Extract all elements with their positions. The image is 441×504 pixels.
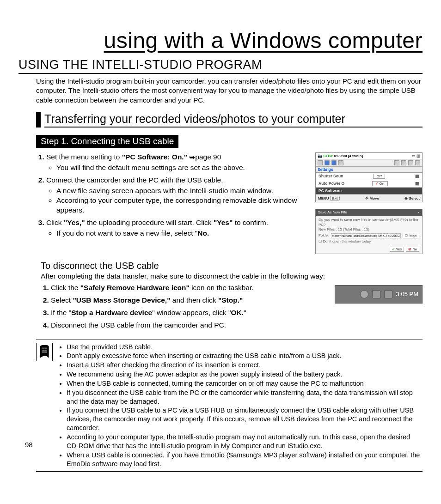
steps-list: Set the menu setting to "PC Software: On… (36, 152, 315, 238)
disconnect-step: Select "USB Mass Storage Device," and th… (51, 296, 335, 305)
dialog-filecount: New Files : 13 (Total Files : 13) (318, 227, 419, 232)
stby-label: STBY (323, 154, 333, 158)
step-3-bullet: If you do not want to save a new file, s… (56, 229, 315, 238)
disconnect-list: Click the "Safely Remove Hardware icon" … (41, 283, 335, 330)
note-item: If you disconnect the USB cable from the… (67, 389, 423, 406)
no-button: ⊘ No (406, 247, 419, 252)
taskbar-screenshot: 3:05 PM (335, 285, 423, 304)
arrow-right-icon: ➥ (189, 153, 195, 163)
page-title: using with a Windows computer (18, 28, 423, 53)
tray-icon (372, 290, 380, 298)
step-pageref: page 90 (195, 153, 221, 161)
step-2-bullet: According to your computer type, the cor… (56, 196, 315, 215)
disconnect-step: If the "Stop a Hardware device" window a… (51, 308, 335, 318)
note-item: According to your computer type, the Int… (67, 433, 423, 450)
divider (36, 340, 423, 340)
save-dialog-screenshot: Save As New File× Do you want to save ne… (315, 209, 423, 254)
step-1: Set the menu setting to "PC Software: On… (46, 152, 315, 173)
page-number: 98 (25, 441, 33, 449)
subsection-heading: Transferring your recorded videos/photos… (44, 112, 423, 128)
intro-paragraph: Using the Intelli-studio program built-i… (36, 77, 423, 105)
step-text: Connect the camcorder and the PC with th… (46, 176, 223, 184)
dont-open-checkbox-label: Don't open this window today (323, 239, 371, 243)
step-text: Set the menu setting to (46, 153, 122, 161)
divider (36, 471, 423, 472)
heading-bar (36, 112, 41, 128)
step-3: Click "Yes," the uploading procedure wil… (46, 218, 315, 238)
step-heading: Step 1. Connecting the USB cable (36, 135, 178, 148)
dialog-question: Do you want to save new files in camcord… (318, 218, 419, 227)
settings-label: Settings (316, 167, 422, 173)
disconnect-heading: To disconnect the USB cable (41, 261, 423, 271)
yes-button: ✓ Yes (390, 247, 404, 252)
step-bold: "PC Software: On." (122, 153, 187, 161)
note-item: Insert a USB after checking the directio… (67, 361, 423, 370)
disconnect-step: Disconnect the USB cable from the camcor… (51, 321, 335, 330)
note-item: When a USB cable is connected, if you ha… (67, 451, 423, 468)
step-1-bullet: You will find the default menu settings … (56, 163, 315, 173)
section-heading: USING THE INTELLI-STUDIO PROGRAM (18, 58, 423, 74)
note-icon (36, 343, 53, 361)
disconnect-step: Click the "Safely Remove Hardware icon" … (51, 283, 335, 293)
disconnect-intro: After completing the data transfer, make… (41, 272, 423, 280)
note-item: We recommend using the AC power adaptor … (67, 370, 423, 379)
folder-path-input (331, 233, 401, 238)
close-icon: × (417, 210, 420, 215)
change-button: Change (403, 233, 419, 238)
taskbar-time: 3:05 PM (396, 291, 418, 298)
note-item: Don't apply excessive force when inserti… (67, 352, 423, 360)
notes-list: Use the provided USB cable. Don't apply … (58, 343, 423, 469)
tray-icon (384, 290, 392, 298)
dialog-title: Save As New File (318, 210, 347, 215)
step-2-bullet: A new file saving screen appears with th… (56, 186, 315, 196)
camcorder-menu-screenshot: 📷 STBY 0:00:00 [475Min] ▭ ▥ Settings Shu… (315, 152, 423, 202)
note-item: Use the provided USB cable. (67, 343, 423, 352)
step-2: Connect the camcorder and the PC with th… (46, 176, 315, 216)
note-item: If you connect the USB cable to a PC via… (67, 406, 423, 432)
tray-icon (360, 290, 368, 298)
note-item: When the USB cable is connected, turning… (67, 379, 423, 388)
